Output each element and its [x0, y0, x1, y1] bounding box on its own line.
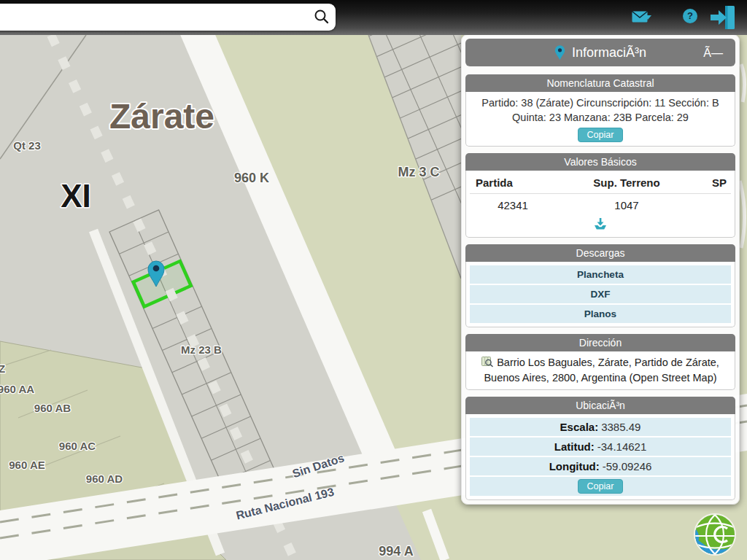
section-direccion-header: Dirección [465, 334, 735, 351]
section-direccion: Dirección Barrio Los Baguales, Zárate, P… [465, 334, 735, 390]
section-nomenclatura-header: Nomenclatura Catastral [465, 74, 735, 92]
section-ubicacion-header: UbicaciÃ³n [465, 397, 735, 414]
latitud-value: -34.14621 [597, 440, 647, 453]
table-divider [470, 193, 731, 194]
close-icon[interactable]: Ã— [699, 39, 727, 66]
top-toolbar: ? [0, 0, 747, 35]
table-row: 42341 1047 [470, 198, 731, 213]
nomenclatura-line-2: Quinta: 23 Manzana: 23B Parcela: 29 [470, 110, 731, 125]
search-input[interactable] [0, 4, 336, 31]
info-panel: InformaciÃ³n Ã— Nomenclatura Catastral P… [461, 34, 740, 505]
label-960z: 960 Z [0, 362, 5, 375]
caret-down-icon [644, 15, 651, 20]
section-descargas: Descargas Plancheta DXF Planos [465, 244, 735, 327]
address-line-1: Barrio Los Baguales, Zárate, Partido de … [497, 357, 719, 368]
download-planos-button[interactable]: Planos [470, 305, 731, 323]
panel-header: InformaciÃ³n Ã— [465, 39, 735, 66]
search-icon[interactable] [312, 8, 331, 27]
section-valores: Valores Básicos Partida Sup. Terreno SP … [465, 153, 735, 238]
escala-value: 3385.49 [601, 421, 640, 433]
help-icon[interactable]: ? [683, 9, 697, 23]
label-mz23b: Mz 23 B [181, 343, 222, 356]
label-mz3c: Mz 3 C [398, 165, 439, 179]
section-valores-header: Valores Básicos [465, 153, 735, 171]
section-ubicacion: UbicaciÃ³n Escala:3385.49 Latitud:-34.14… [465, 397, 735, 500]
col-sp: SP [697, 174, 731, 191]
section-nomenclatura: Nomenclatura Catastral Partido: 38 (Zára… [465, 74, 735, 147]
label-city: Zárate [109, 97, 214, 136]
ubicacion-copy-row: Copiar [470, 477, 731, 496]
cell-sp [697, 198, 731, 213]
mail-button[interactable] [624, 9, 655, 26]
download-plancheta-button[interactable]: Plancheta [470, 265, 731, 284]
map-magnifier-icon [481, 356, 493, 368]
escala-row: Escala:3385.49 [470, 418, 731, 436]
logout-icon[interactable] [709, 4, 737, 31]
latitud-label: Latitud: [554, 440, 595, 453]
label-960ae: 960 AE [9, 459, 44, 471]
download-icon[interactable] [589, 217, 612, 233]
label-960ac: 960 AC [59, 440, 96, 452]
label-960ad: 960 AD [86, 472, 123, 485]
copy-nomenclatura-button[interactable]: Copiar [578, 128, 624, 142]
cell-partida: 42341 [470, 198, 556, 213]
section-descargas-header: Descargas [465, 244, 735, 262]
app-logo [694, 513, 736, 556]
label-960aa: 960 AA [0, 383, 34, 395]
col-partida: Partida [470, 174, 556, 191]
nomenclatura-line-1: Partido: 38 (Zárate) Circunscripción: 11… [470, 96, 731, 110]
escala-label: Escala: [560, 421, 599, 433]
latitud-row: Latitud:-34.14621 [470, 438, 731, 456]
label-994a: 994 A [379, 544, 413, 559]
copy-ubicacion-button[interactable]: Copiar [578, 479, 624, 494]
label-960k: 960 K [234, 171, 269, 185]
col-sup-terreno: Sup. Terreno [556, 174, 697, 191]
panel-title-text: InformaciÃ³n [572, 45, 646, 61]
address-line-2: Buenos Aires, 2800, Argentina (Open Stre… [470, 370, 731, 386]
longitud-label: Longitud: [549, 460, 600, 472]
label-qt23: Qt 23 [13, 139, 41, 152]
longitud-value: -59.09246 [603, 460, 652, 472]
label-xi: XI [61, 178, 91, 214]
longitud-row: Longitud:-59.09246 [470, 457, 731, 475]
download-dxf-button[interactable]: DXF [470, 285, 731, 303]
pin-icon [554, 45, 565, 61]
label-960ab: 960 AB [34, 402, 71, 414]
cell-sup-terreno: 1047 [556, 198, 697, 213]
